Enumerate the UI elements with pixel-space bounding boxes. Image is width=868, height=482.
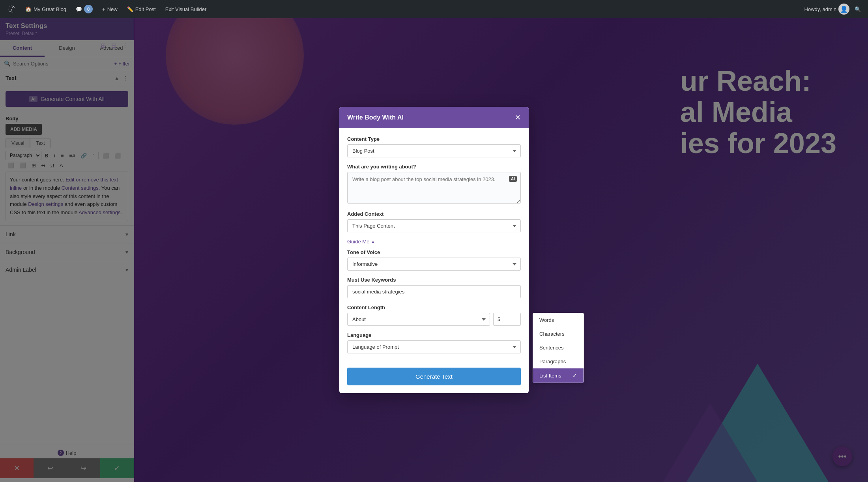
wp-logo-item[interactable]: [4, 4, 20, 15]
content-length-select-wrapper: About: [347, 313, 490, 326]
keywords-group: Must Use Keywords: [347, 277, 521, 298]
dropdown-sentences[interactable]: Sentences: [533, 341, 584, 355]
tone-select[interactable]: Informative: [347, 258, 521, 271]
modal-header: Write Body With AI ✕: [339, 107, 529, 128]
guide-me-icon: ▲: [371, 239, 375, 244]
content-type-select[interactable]: Blog Post: [347, 144, 521, 157]
modal-body: Content Type Blog Post What are you writ…: [339, 128, 529, 368]
keywords-input[interactable]: [347, 285, 521, 298]
content-length-label: Content Length: [347, 305, 521, 310]
content-length-number[interactable]: [493, 313, 521, 326]
language-select[interactable]: Language of Prompt: [347, 340, 521, 353]
language-group: Language Language of Prompt: [347, 332, 521, 353]
tone-group: Tone of Voice Informative: [347, 249, 521, 271]
writing-textarea-wrapper: AI: [347, 172, 521, 205]
modal-overlay: Write Body With AI ✕ Content Type Blog P…: [0, 18, 868, 482]
dropdown-characters[interactable]: Characters: [533, 327, 584, 341]
content-type-group: Content Type Blog Post: [347, 136, 521, 157]
new-item[interactable]: + New: [98, 5, 122, 14]
avatar: 👤: [838, 4, 849, 15]
added-context-select[interactable]: This Page Content: [347, 219, 521, 232]
dropdown-words[interactable]: Words: [533, 313, 584, 327]
added-context-group: Added Context This Page Content: [347, 211, 521, 232]
content-type-label: Content Type: [347, 136, 521, 142]
ai-modal: Write Body With AI ✕ Content Type Blog P…: [339, 107, 529, 393]
writing-about-label: What are you writing about?: [347, 164, 521, 170]
tone-label: Tone of Voice: [347, 249, 521, 255]
writing-about-textarea[interactable]: [347, 172, 521, 204]
generate-text-button[interactable]: Generate Text: [347, 368, 521, 385]
check-icon: ✓: [572, 372, 577, 379]
comments-item[interactable]: 💬 0: [72, 3, 97, 15]
blog-name[interactable]: 🏠 My Great Blog: [21, 5, 70, 14]
writing-about-group: What are you writing about? AI: [347, 164, 521, 205]
language-label: Language: [347, 332, 521, 338]
guide-me-link[interactable]: Guide Me ▲: [347, 239, 521, 245]
content-length-group: Content Length About Words Characters Se…: [347, 305, 521, 326]
content-length-dropdown: Words Characters Sentences Paragraphs Li…: [533, 313, 584, 383]
wp-admin-bar: 🏠 My Great Blog 💬 0 + New ✏️ Edit Post E…: [0, 0, 868, 18]
wp-bar-right: Howdy, admin 👤 🔍: [804, 4, 864, 15]
content-length-select[interactable]: About: [347, 313, 490, 326]
dropdown-list-items[interactable]: List Items ✓: [533, 368, 584, 383]
exit-builder-item[interactable]: Exit Visual Builder: [161, 5, 211, 14]
modal-close-button[interactable]: ✕: [515, 113, 521, 122]
search-icon[interactable]: 🔍: [851, 5, 864, 14]
added-context-label: Added Context: [347, 211, 521, 217]
comment-count: 0: [84, 5, 93, 13]
edit-post-item[interactable]: ✏️ Edit Post: [123, 5, 160, 14]
content-length-row: About Words Characters Sentences Paragra…: [347, 313, 521, 326]
modal-footer: Generate Text: [339, 368, 529, 393]
modal-title: Write Body With AI: [347, 114, 404, 121]
dropdown-paragraphs[interactable]: Paragraphs: [533, 355, 584, 368]
textarea-ai-icon: AI: [509, 176, 517, 182]
keywords-label: Must Use Keywords: [347, 277, 521, 283]
